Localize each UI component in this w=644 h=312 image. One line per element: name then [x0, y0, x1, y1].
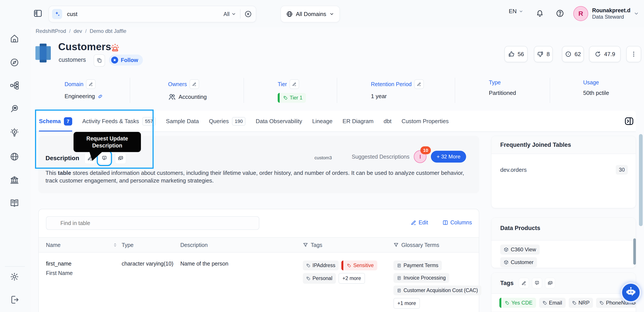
domain-value[interactable]: Engineering: [64, 93, 95, 100]
more-glossary-button[interactable]: +1 more: [394, 298, 420, 309]
tag-chip-sensitive[interactable]: Sensitive: [341, 260, 377, 270]
sort-icon[interactable]: [112, 242, 118, 248]
freshness-button[interactable]: 47.9: [589, 46, 620, 62]
tab-schema[interactable]: Schema 7: [39, 111, 72, 132]
data-product-chip[interactable]: C360 View: [500, 244, 540, 255]
edit-tags-pencil-icon[interactable]: [519, 278, 529, 288]
tab-data-observability[interactable]: Data Observability: [256, 111, 302, 132]
edit-tier-pencil-icon[interactable]: [290, 79, 299, 89]
column-header-glossary[interactable]: Glossary Terms: [394, 242, 479, 248]
copy-icon[interactable]: [94, 54, 105, 67]
tag-chip[interactable]: IPAddress: [303, 260, 339, 270]
sparkle-icon[interactable]: [52, 9, 62, 19]
panel-scrollbar[interactable]: [633, 238, 636, 265]
tab-badge: 7: [64, 117, 72, 125]
card-header: Tags: [492, 273, 636, 294]
observe-icon[interactable]: [10, 104, 19, 113]
comments-icon[interactable]: [545, 278, 555, 288]
governance-icon[interactable]: [10, 176, 19, 185]
left-nav-rail: [0, 0, 31, 312]
user-avatar[interactable]: R: [573, 6, 588, 21]
column-header-name[interactable]: Name: [46, 242, 122, 248]
sidebar-toggle-icon[interactable]: [33, 9, 42, 18]
request-update-tags-icon[interactable]: [532, 278, 542, 288]
announcement-siren-icon[interactable]: [110, 43, 120, 53]
collapse-panel-icon[interactable]: [624, 116, 634, 126]
tab-custom-properties[interactable]: Custom Properties: [402, 111, 448, 132]
logout-icon[interactable]: [10, 295, 19, 304]
tab-activity-feeds[interactable]: Activity Feeds & Tasks 557: [82, 111, 156, 132]
table-row[interactable]: first_name First Name character varying(…: [39, 253, 479, 309]
joined-table-row[interactable]: dev.orders 30: [492, 165, 636, 175]
more-tags-button[interactable]: +2 more: [338, 273, 365, 284]
notifications-bell-icon[interactable]: [536, 9, 544, 18]
tag-label: IPAddress: [312, 262, 335, 268]
filter-funnel-icon[interactable]: [303, 242, 308, 248]
follow-button[interactable]: Follow: [109, 55, 143, 66]
help-icon[interactable]: [556, 9, 564, 18]
divider: [244, 78, 244, 103]
filter-funnel-icon[interactable]: [394, 242, 399, 248]
columns-button[interactable]: Columns: [442, 219, 472, 226]
breadcrumb-separator: /: [85, 28, 87, 34]
user-menu[interactable]: Rounakpreet.d Data Steward: [592, 7, 630, 20]
tab-sample-data[interactable]: Sample Data: [166, 111, 199, 132]
comments-icon[interactable]: [115, 152, 126, 164]
tab-lineage[interactable]: Lineage: [312, 111, 332, 132]
global-search[interactable]: All: [48, 6, 256, 22]
glossary-term-chip[interactable]: Payment Terms: [394, 260, 442, 270]
home-icon[interactable]: [10, 34, 19, 43]
edit-owners-pencil-icon[interactable]: [190, 79, 199, 89]
data-product-chip[interactable]: Customer: [500, 257, 537, 267]
user-chevron-down-icon[interactable]: [634, 11, 639, 16]
glossary-term-chip[interactable]: Customer Acquisition Cost (CAC): [394, 285, 482, 295]
compass-icon[interactable]: [10, 58, 19, 67]
tag-chip[interactable]: Personal: [303, 273, 336, 284]
tier-chip[interactable]: Tier 1: [278, 93, 306, 103]
more-actions-button[interactable]: [626, 46, 641, 62]
tag-chip[interactable]: Email: [539, 298, 566, 308]
edit-domain-pencil-icon[interactable]: [86, 79, 96, 89]
tab-dbt[interactable]: dbt: [384, 111, 392, 132]
health-score-button[interactable]: 62: [562, 46, 584, 62]
more-suggestions-button[interactable]: + 32 More: [431, 151, 466, 163]
suggestion-avatar[interactable]: I 10: [414, 150, 426, 163]
owners-value[interactable]: Accounting: [178, 94, 207, 100]
breadcrumb-database[interactable]: Demo dbt Jaffle: [90, 28, 126, 34]
upvote-button[interactable]: 56: [504, 46, 528, 62]
glossary-term-chip[interactable]: Invoice Processing: [394, 273, 449, 283]
request-update-description-icon[interactable]: [99, 152, 110, 164]
column-header-description[interactable]: Description: [180, 242, 303, 248]
tab-queries[interactable]: Queries 190: [209, 111, 246, 132]
metadata-usage: Usage 50th pctile: [583, 79, 609, 96]
custom-tag: custom3: [314, 155, 332, 160]
tag-chip[interactable]: NRP: [569, 298, 593, 308]
find-in-table-input[interactable]: [46, 216, 259, 230]
globe-icon[interactable]: [10, 152, 19, 161]
asset-technical-name: customers: [59, 57, 86, 63]
tab-er-diagram[interactable]: ER Diagram: [342, 111, 374, 132]
chat-assistant-button[interactable]: [620, 282, 641, 303]
glossary-icon[interactable]: [10, 199, 19, 208]
data-product-label: C360 View: [511, 246, 536, 253]
insights-icon[interactable]: [10, 128, 19, 137]
search-scope-dropdown[interactable]: All: [220, 11, 240, 17]
glossary-term-icon: [397, 276, 401, 280]
edit-button[interactable]: Edit: [411, 219, 428, 226]
settings-gear-icon[interactable]: [10, 272, 19, 281]
language-selector[interactable]: EN: [509, 8, 523, 15]
tab-badge: 557: [142, 117, 156, 126]
breadcrumb-schema[interactable]: dev: [74, 28, 82, 34]
column-header-tags[interactable]: Tags: [303, 242, 394, 248]
downvote-button[interactable]: 8: [534, 46, 553, 62]
link-icon[interactable]: [98, 94, 103, 99]
clear-search-icon[interactable]: [240, 10, 256, 18]
all-domains-button[interactable]: All Domains: [280, 6, 340, 22]
page-scrollbar[interactable]: [639, 134, 643, 226]
tag-chip-yes-cde[interactable]: Yes CDE: [499, 298, 536, 308]
edit-retention-pencil-icon[interactable]: [414, 79, 424, 89]
column-header-type[interactable]: Type: [122, 242, 180, 248]
workflow-icon[interactable]: [10, 81, 19, 90]
breadcrumb-connection[interactable]: RedshiftProd: [36, 28, 66, 34]
global-search-input[interactable]: [66, 11, 220, 18]
